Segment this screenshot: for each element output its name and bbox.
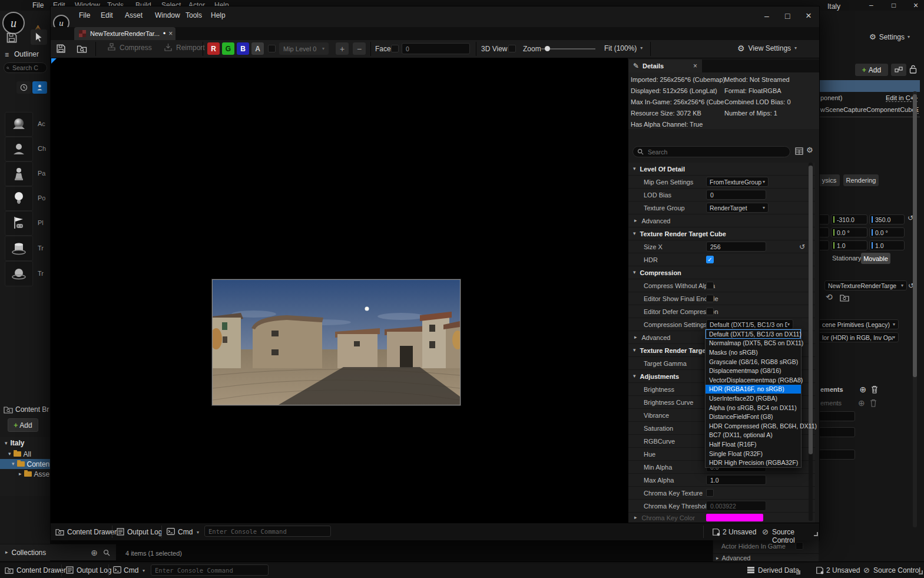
outliner-search-box[interactable] [4,62,47,73]
property-field[interactable] [819,411,855,421]
scrollbar-track[interactable] [913,91,917,527]
mip-gen-dropdown[interactable]: FromTextureGroup▾ [706,177,769,187]
close-tab-icon[interactable]: × [168,29,173,38]
menu-option[interactable]: HDR High Precision (RGBA32F) [706,458,801,467]
window-minimize-button[interactable]: – [869,1,873,9]
expander-icon[interactable]: ▾ [5,441,8,446]
menu-option[interactable]: Half Float (R16F) [706,440,801,449]
property-field[interactable] [819,427,855,437]
chroma-key-color-swatch[interactable] [706,514,763,521]
zoom-slider[interactable] [541,48,595,49]
details-search-box[interactable] [632,146,790,157]
menu-option[interactable]: Grayscale (G8/16, RGB8 sRGB) [706,357,801,366]
chevron-down-icon[interactable]: ▾ [143,569,145,573]
reimport-button[interactable]: Reimport [164,43,205,52]
max-alpha-input[interactable] [706,475,766,485]
transform-x-clipped[interactable] [819,240,829,250]
place-actor-point-light[interactable] [5,186,33,211]
add-component-button[interactable]: + Add [855,64,888,76]
tree-item-assets[interactable]: ▸ Asse [0,469,50,479]
save-all-icon[interactable] [6,32,18,44]
menu-item-file[interactable]: File [32,1,44,9]
blueprint-script-button[interactable] [891,64,906,76]
source-control-button[interactable]: Source Control [772,528,819,544]
tab-rendering[interactable]: Rendering [843,174,879,186]
place-actor-player-start[interactable] [5,211,33,236]
editor-defer-compression-checkbox[interactable] [706,308,714,315]
menu-option[interactable]: Single Float (R32F) [706,449,801,458]
expander-icon[interactable]: ▾ [8,451,11,457]
category-texture-render-target-cube[interactable]: ▾Texture Render Target Cube [628,227,815,240]
menu-option[interactable]: Alpha (no sRGB, BC4 on DX11) [706,403,801,412]
output-log-button[interactable]: Output Log [77,566,111,574]
display-filter-icon[interactable] [795,147,803,155]
view-3d-checkbox[interactable] [508,45,516,52]
menu-option[interactable]: Default (DXT1/5, BC1/3 on DX11) [706,329,801,339]
cmd-button[interactable]: Cmd [124,566,138,574]
derived-data-button[interactable]: Derived Data [758,566,799,574]
add-collection-icon[interactable]: ⊕ [91,548,98,557]
place-actor-sphere[interactable] [5,112,33,137]
location-z-field[interactable]: 350.0 [869,214,905,224]
menu-option[interactable]: Normalmap (DXT5, BC5 on DX11) [706,339,801,348]
place-actor-trigger-sphere[interactable] [5,261,33,286]
transform-x-clipped[interactable] [819,214,829,224]
scale-y-field[interactable]: 1.0 [831,240,867,250]
channel-alpha-button[interactable]: A [251,42,264,55]
menu-option[interactable]: VectorDisplacementmap (RGBA8) [706,375,801,385]
property-field[interactable] [819,450,855,460]
lock-icon[interactable] [909,65,917,74]
texture-viewport[interactable] [51,58,628,523]
face-checkbox[interactable] [391,45,399,52]
console-command-input[interactable] [151,564,269,576]
output-log-button[interactable]: Output Log [127,528,162,536]
save-icon[interactable] [56,44,66,54]
editor-show-final-encode-checkbox[interactable] [706,295,714,302]
menu-option[interactable]: DistanceFieldFont (G8) [706,412,801,421]
browse-to-asset-icon[interactable] [77,44,87,53]
window-restore-button[interactable]: □ [892,1,896,9]
place-actor-trigger-box[interactable] [5,236,33,261]
face-value-input[interactable] [402,43,470,54]
menu-option[interactable]: Displacementmap (G8/16) [706,366,801,375]
mip-minus-button[interactable]: − [353,42,366,55]
menu-option[interactable]: BC7 (DX11, optional A) [706,431,801,440]
primitive-render-mode-dropdown[interactable]: cene Primitives (Legacy) ▾ [819,319,899,329]
expander-icon[interactable]: ▸ [5,550,8,555]
settings-control[interactable]: ⚙ Settings ▾ [869,32,910,41]
zoom-slider-handle[interactable] [545,46,550,51]
close-tab-icon[interactable]: × [693,62,697,70]
expander-icon[interactable]: ▸ [716,556,719,561]
compression-settings-dropdown[interactable]: Default (DXT1/5, BC1/3 on DX11)▾ [706,319,793,329]
channel-blue-button[interactable]: B [237,42,249,55]
tree-item-content[interactable]: ▾ Conten [0,459,50,469]
window-close-button[interactable]: × [913,1,918,10]
outliner-search-input[interactable] [11,64,44,72]
rotation-y-field[interactable]: 0.0 ° [831,227,867,237]
mip-level-checkbox[interactable] [268,45,276,52]
asset-tab[interactable]: NewTextureRenderTar... • × [74,27,175,40]
channel-red-button[interactable]: R [207,42,220,55]
cmd-button[interactable]: Cmd [178,528,193,536]
render-target-dropdown[interactable]: NewTextureRenderTarge ▾ [824,280,907,290]
location-y-field[interactable]: -310.0 [831,214,867,224]
source-control-button[interactable]: Source Control [873,566,920,574]
menu-option[interactable]: UserInterface2D (RGBA) [706,394,801,403]
selected-component-row[interactable] [819,80,920,92]
place-actor-character[interactable] [5,137,33,161]
mobility-movable[interactable]: Movable [861,253,890,264]
expander-icon[interactable]: ▸ [19,471,22,477]
details-tab[interactable]: ✎ Details × [628,60,702,72]
unsaved-status-button[interactable]: 2 Unsaved [826,566,860,574]
select-tool-button[interactable] [31,29,47,45]
compress-without-alpha-checkbox[interactable] [706,282,714,289]
place-actor-pawn[interactable] [5,161,33,186]
channel-green-button[interactable]: G [222,42,234,55]
scrollbar-thumb[interactable] [809,166,813,454]
trash-icon[interactable] [871,385,878,394]
compress-button[interactable]: Compress [107,43,152,52]
mobility-stationary[interactable]: Stationary [832,255,862,262]
window-minimize-button[interactable]: – [764,11,769,21]
hdr-checkbox[interactable]: ✓ [706,256,714,263]
scrollbar-track[interactable] [809,163,813,521]
